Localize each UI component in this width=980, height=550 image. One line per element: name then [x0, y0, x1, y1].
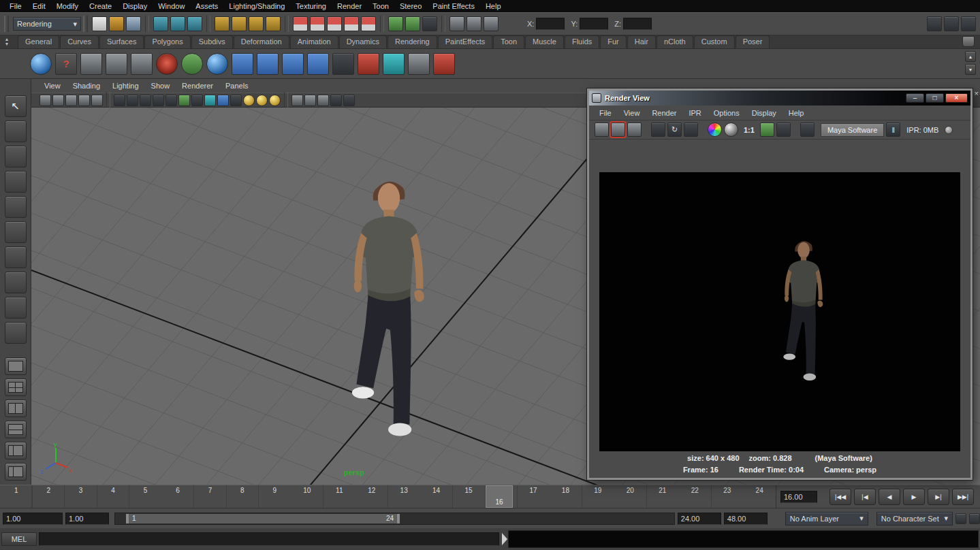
render-view-menu-item[interactable]: Render	[646, 109, 682, 117]
render-view-menu-item[interactable]: IPR	[682, 109, 707, 117]
hypershade-node-icon[interactable]	[232, 53, 253, 75]
wireframe-icon[interactable]	[114, 95, 125, 106]
section-collapse-grip[interactable]	[83, 16, 88, 32]
rendered-image[interactable]	[599, 172, 960, 451]
playback-start-input[interactable]	[65, 513, 109, 525]
panel-menu-item[interactable]: Lighting	[106, 82, 145, 90]
panel-menu-item[interactable]: Show	[145, 82, 176, 90]
playback-range-bar[interactable]: 1 24	[126, 514, 400, 523]
exposure-icon[interactable]	[317, 95, 329, 106]
transport-button[interactable]: |◀◀	[829, 489, 851, 505]
input-connections-icon[interactable]	[388, 16, 403, 31]
shelf-tab[interactable]: PaintEffects	[438, 35, 493, 48]
main-menu-item[interactable]: Help	[480, 0, 507, 12]
shelf-tab[interactable]: Fluids	[565, 35, 599, 48]
current-time-input[interactable]	[780, 491, 817, 503]
select-component-icon[interactable]	[187, 16, 202, 31]
show-manipulator-tool-icon[interactable]	[5, 297, 27, 319]
frame-tick-label[interactable]: 23	[711, 485, 743, 496]
character-model[interactable]	[324, 165, 454, 448]
snapshot-icon[interactable]	[627, 123, 642, 137]
frame-tick-label[interactable]: 22	[679, 485, 711, 496]
snap-curve-icon[interactable]	[310, 16, 325, 31]
transport-button[interactable]: ▶	[903, 489, 925, 505]
trash-icon[interactable]	[962, 36, 975, 47]
main-menu-item[interactable]: Toon	[367, 0, 394, 12]
shelf-scroll-down-icon[interactable]: ▼	[965, 64, 976, 75]
scale-tool-icon[interactable]	[5, 246, 27, 268]
last-tool-icon[interactable]	[5, 322, 27, 344]
use-all-lights-icon[interactable]	[153, 95, 164, 106]
frame-tick-label[interactable]: 20	[614, 485, 646, 496]
new-scene-icon[interactable]	[92, 16, 107, 31]
shelf-tab[interactable]: Rendering	[388, 35, 437, 48]
shelf-arrow-down-icon[interactable]: ▼	[5, 42, 10, 46]
move-tool-icon[interactable]	[5, 196, 27, 218]
layout-two-pane-horizontal-icon[interactable]	[5, 421, 27, 438]
frame-tick-label[interactable]: 17	[517, 485, 549, 496]
main-menu-item[interactable]: Paint Effects	[427, 0, 480, 12]
default-lighting-icon[interactable]	[243, 95, 255, 106]
render-region-icon[interactable]	[684, 123, 698, 137]
spreadsheet-icon[interactable]	[332, 53, 354, 75]
frame-tick-label[interactable]: 3	[65, 485, 97, 496]
transport-button[interactable]: |◀	[854, 489, 876, 505]
frame-tick-label[interactable]: 11	[323, 485, 355, 496]
panel-menu-item[interactable]: Shading	[67, 82, 106, 90]
snap-point-icon[interactable]	[327, 16, 342, 31]
section-collapse-grip[interactable]	[4, 16, 9, 32]
motion-blur-icon[interactable]	[191, 95, 203, 106]
toggle-attribute-editor-icon[interactable]	[927, 16, 942, 31]
camera-aim-icon[interactable]	[106, 53, 127, 75]
shelf-tab[interactable]: Curves	[60, 35, 99, 48]
bookmark-icon[interactable]	[65, 95, 77, 106]
refresh-ipr-icon[interactable]: ↻	[667, 123, 682, 137]
view-transform-icon[interactable]	[343, 95, 355, 106]
main-menu-item[interactable]: Display	[117, 0, 153, 12]
all-lighting-icon[interactable]	[256, 95, 268, 106]
lasso-select-tool-icon[interactable]	[5, 120, 27, 142]
command-input[interactable]	[39, 532, 499, 546]
isolate-select-icon[interactable]	[230, 95, 242, 106]
render-view-titlebar[interactable]: Render View – □ ×	[589, 91, 970, 106]
multisampling-icon[interactable]	[204, 95, 216, 106]
frame-tick-label[interactable]: 12	[355, 485, 388, 496]
menu-set-selector[interactable]: Rendering ▾	[13, 17, 81, 31]
shading-group-icon[interactable]	[257, 53, 279, 75]
universal-manipulator-tool-icon[interactable]	[5, 272, 27, 293]
select-handles-icon[interactable]	[215, 16, 230, 31]
z-coordinate-input[interactable]	[623, 18, 652, 30]
camera-aim-up-icon[interactable]	[131, 53, 153, 75]
toggle-channel-box-icon[interactable]	[961, 16, 976, 31]
render-view-menu-item[interactable]: Display	[746, 109, 783, 117]
camera-attributes-icon[interactable]	[52, 95, 64, 106]
rotate-tool-icon[interactable]	[5, 221, 27, 243]
renderer-selector[interactable]: Maya Software	[821, 123, 884, 137]
frame-tick-label[interactable]: 15	[452, 485, 484, 496]
main-menu-item[interactable]: Lighting/Shading	[223, 0, 290, 12]
shelf-scroll-up-icon[interactable]: ▲	[965, 51, 976, 62]
frame-tick-label[interactable]: 21	[646, 485, 678, 496]
ocean-sphere-icon[interactable]	[206, 53, 228, 75]
shelf-tab[interactable]: Dynamics	[339, 35, 387, 48]
shelf-tab[interactable]: General	[18, 35, 59, 48]
animation-preferences-icon[interactable]	[969, 513, 980, 524]
minimize-button[interactable]: –	[906, 93, 924, 103]
help-icon[interactable]: ?	[55, 53, 77, 75]
pause-ipr-icon[interactable]: ‖	[886, 123, 900, 137]
select-curves-icon[interactable]	[249, 16, 264, 31]
current-frame-marker[interactable]: 16	[486, 485, 513, 508]
layout-outliner-persp-icon[interactable]	[5, 442, 27, 459]
frame-tick-label[interactable]: 1	[0, 485, 32, 496]
container-icon[interactable]	[383, 53, 405, 75]
select-surfaces-icon[interactable]	[266, 16, 281, 31]
poly-cube-icon[interactable]	[408, 53, 430, 75]
main-menu-item[interactable]: File	[4, 0, 27, 12]
panel-menu-item[interactable]: View	[38, 82, 67, 90]
maya-software-render-icon[interactable]	[30, 53, 52, 75]
shadows-icon[interactable]	[165, 95, 177, 106]
xray-joints-icon[interactable]	[304, 95, 316, 106]
display-real-size-icon[interactable]	[760, 123, 774, 137]
range-slider-track[interactable]: 1 24	[114, 513, 675, 525]
frame-tick-label[interactable]: 14	[420, 485, 452, 496]
